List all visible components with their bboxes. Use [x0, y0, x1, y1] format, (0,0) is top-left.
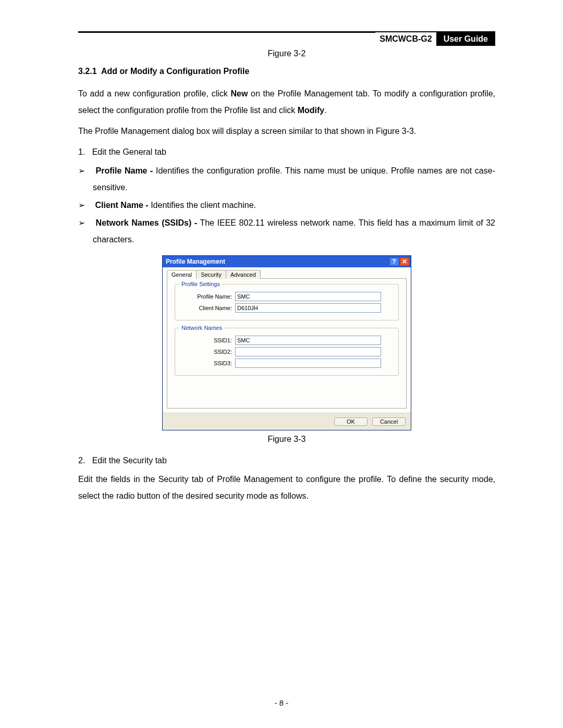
group-profile-settings: Profile Settings Profile Name: Client Na… — [175, 284, 399, 320]
bullet-client-name: Client Name - Identifies the client mach… — [78, 197, 495, 214]
input-ssid2[interactable] — [235, 347, 381, 356]
close-icon[interactable]: ✕ — [400, 257, 409, 266]
label-ssid3: SSID3: — [180, 360, 235, 366]
label-ssid1: SSID1: — [180, 337, 235, 343]
header-model: SMCWCB-G2 — [375, 32, 436, 46]
label-profile-name: Profile Name: — [180, 293, 235, 300]
bullet-network-names: Network Names (SSIDs) - The IEEE 802.11 … — [78, 215, 495, 248]
dialog-titlebar[interactable]: Profile Management ? ✕ — [163, 256, 411, 267]
label-client-name: Client Name: — [180, 305, 235, 311]
tab-panel-general: Profile Settings Profile Name: Client Na… — [167, 278, 407, 409]
tab-general[interactable]: General — [167, 270, 197, 279]
ok-button[interactable]: OK — [334, 417, 368, 426]
input-ssid1[interactable] — [235, 336, 381, 345]
dialog-tabs: General Security Advanced — [167, 270, 407, 279]
bullet-profile-name: Profile Name - Identifies the configurat… — [78, 163, 495, 196]
input-client-name[interactable] — [235, 303, 381, 313]
page-header: SMCWCB-G2 User Guide — [78, 32, 495, 46]
help-icon[interactable]: ? — [389, 257, 399, 266]
group-network-names: Network Names SSID1: SSID2: SSID3: — [175, 328, 399, 376]
section-title-text: Add or Modify a Configuration Profile — [101, 67, 249, 76]
step-2: 2. Edit the Security tab — [78, 452, 495, 469]
page-number: - 8 - — [0, 698, 563, 707]
figure-3-2-caption: Figure 3-2 — [78, 49, 495, 58]
tab-advanced[interactable]: Advanced — [226, 270, 261, 279]
intro-paragraph-1: To add a new configuration profile, clic… — [78, 85, 495, 119]
security-paragraph: Edit the fields in the Security tab of P… — [78, 471, 495, 504]
header-guide: User Guide — [436, 32, 495, 46]
new-keyword: New — [230, 89, 248, 98]
figure-3-3-caption: Figure 3-3 — [78, 435, 495, 444]
tab-security[interactable]: Security — [196, 270, 226, 279]
step-1: 1. Edit the General tab — [78, 144, 495, 161]
input-ssid3[interactable] — [235, 359, 381, 368]
intro-paragraph-2: The Profile Management dialog box will d… — [78, 123, 495, 140]
cancel-button[interactable]: Cancel — [372, 417, 406, 426]
group-network-names-legend: Network Names — [179, 325, 224, 331]
profile-management-dialog: Profile Management ? ✕ General Security … — [162, 255, 411, 430]
input-profile-name[interactable] — [235, 292, 381, 301]
group-profile-settings-legend: Profile Settings — [179, 281, 222, 287]
dialog-footer: OK Cancel — [163, 413, 411, 430]
section-heading: 3.2.1 Add or Modify a Configuration Prof… — [78, 67, 495, 76]
dialog-title: Profile Management — [166, 258, 225, 265]
label-ssid2: SSID2: — [180, 349, 235, 355]
section-number: 3.2.1 — [78, 67, 97, 76]
modify-keyword: Modify — [298, 106, 325, 115]
